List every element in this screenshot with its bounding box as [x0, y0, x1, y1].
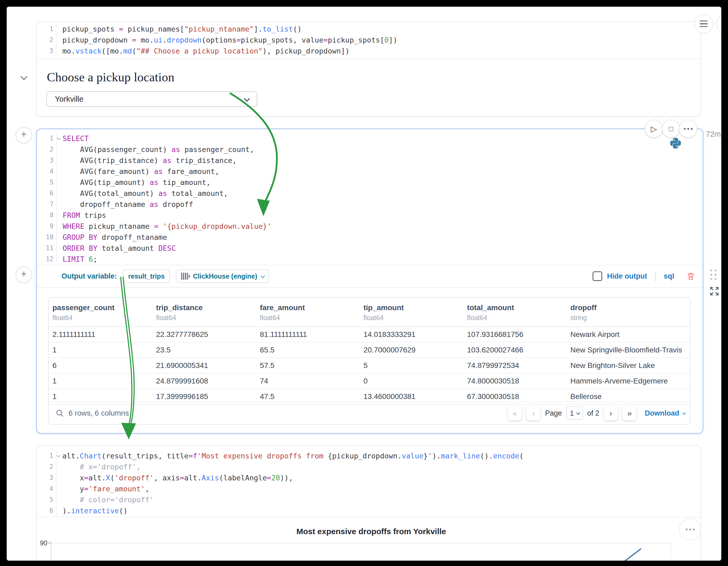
code-text: dropoff_ntaname as dropoff	[56, 199, 703, 210]
line-number: 5	[37, 494, 56, 505]
hide-output-label: Hide output	[607, 272, 647, 280]
code-line: 5 # color='dropoff'	[37, 494, 700, 505]
collapse-output-button[interactable]	[21, 75, 26, 81]
pickup-location-dropdown[interactable]: Yorkville	[46, 91, 257, 107]
chevron-down-icon	[682, 411, 686, 415]
stop-icon: □	[669, 125, 673, 133]
last-page-button[interactable]: »	[622, 406, 637, 420]
engine-label: ClickHouse (engine)	[193, 272, 257, 280]
chart-options-button[interactable]	[679, 518, 701, 540]
table-row[interactable]: 2.111111111122.327777862581.111111111114…	[49, 327, 690, 343]
line-number: 10	[37, 232, 56, 243]
code-line: 1alt.Chart(result_trips, title=f'Most ex…	[37, 450, 700, 461]
language-badge[interactable]: sql	[664, 272, 674, 280]
column-header[interactable]: fare_amountfloat64	[256, 303, 360, 326]
drag-handle[interactable]	[710, 269, 716, 280]
table-cell: 2.1111111111	[49, 330, 152, 339]
page-label: Page	[545, 409, 562, 417]
add-cell-button[interactable]: +	[16, 127, 32, 143]
ellipsis-icon	[684, 128, 693, 130]
code-text: FROM trips	[56, 210, 703, 221]
menu-button[interactable]	[694, 14, 713, 33]
code-line: 6 AVG(total_amount) as total_amount,	[37, 188, 703, 199]
expand-cell-button[interactable]	[708, 285, 721, 298]
pagination: « ‹ Page 1 of 2 › » Download	[507, 406, 685, 420]
run-cell-button[interactable]: ▷	[645, 120, 663, 138]
hide-output-checkbox[interactable]	[593, 271, 602, 281]
table-cell: 57.5	[256, 361, 360, 370]
code-line: 3mo.vstack([mo.md("## Choose a pickup lo…	[37, 45, 700, 56]
code-text: LIMIT 6;	[56, 254, 703, 265]
chevron-down-icon	[576, 411, 580, 415]
code-text: x=alt.X('dropoff', axis=alt.Axis(labelAn…	[56, 472, 700, 483]
line-number: 2	[37, 461, 56, 472]
table-cell: 1	[49, 392, 152, 401]
code-line: 5 AVG(tip_amount) as tip_amount,	[37, 177, 703, 188]
table-cell: 1	[49, 346, 152, 354]
next-page-button[interactable]: ›	[604, 406, 618, 420]
notebook-app: 1pickup_spots = pickup_names["pickup_nta…	[7, 7, 721, 561]
line-number: 2	[37, 144, 56, 155]
first-page-button[interactable]: «	[507, 406, 522, 420]
sql-editor[interactable]: 1SELECT2 AVG(passenger_count) as passeng…	[37, 129, 703, 265]
output-variable-badge[interactable]: result_trips	[123, 269, 170, 283]
settings-button[interactable]	[716, 14, 721, 33]
code-editor[interactable]: 1alt.Chart(result_trips, title=f'Most ex…	[37, 446, 700, 517]
line-number: 4	[37, 483, 56, 494]
download-button[interactable]: Download	[645, 409, 685, 417]
code-text: pickup_dropdown = mo.ui.dropdown(options…	[56, 35, 700, 45]
line-number: 3	[37, 45, 56, 56]
column-type: float64	[260, 314, 360, 322]
y-axis-tick-label: 90	[37, 539, 47, 547]
engine-selector[interactable]: ClickHouse (engine)	[176, 269, 269, 283]
table-row[interactable]: 123.565.520.7000007629103.6200027466New …	[49, 343, 690, 358]
table-footer: 6 rows, 6 columns « ‹ Page 1 of 2 › » Do…	[49, 402, 690, 424]
result-table: passenger_countfloat64trip_distancefloat…	[48, 297, 691, 425]
code-editor[interactable]: 1pickup_spots = pickup_names["pickup_nta…	[37, 22, 700, 59]
add-cell-button[interactable]: +	[16, 267, 32, 283]
table-cell: 1	[49, 377, 152, 385]
table-row[interactable]: 621.690000534157.5574.8799972534New Brig…	[49, 358, 690, 374]
output-variable-label: Output variable:	[62, 272, 117, 280]
column-header[interactable]: tip_amountfloat64	[360, 303, 463, 326]
column-header[interactable]: trip_distancefloat64	[152, 303, 256, 326]
line-number: 3	[37, 472, 56, 483]
code-line: 7 dropoff_ntaname as dropoff	[37, 199, 703, 210]
line-number: 7	[37, 199, 56, 210]
table-body: 2.111111111122.327777862581.111111111114…	[49, 327, 690, 405]
cell-options-button[interactable]	[679, 120, 697, 138]
column-type: float64	[156, 314, 256, 322]
delete-cell-button[interactable]	[686, 271, 696, 281]
code-line: 4 AVG(fare_amount) as fare_amount,	[37, 166, 703, 177]
column-name: tip_amount	[363, 303, 463, 312]
stop-cell-button[interactable]: □	[662, 120, 680, 138]
code-line: 2pickup_dropdown = mo.ui.dropdown(option…	[37, 35, 700, 45]
column-header[interactable]: dropoffstring	[567, 303, 690, 326]
gridline	[51, 543, 671, 543]
chevron-down-icon	[244, 96, 250, 102]
column-type: float64	[467, 314, 567, 322]
prev-page-button[interactable]: ‹	[526, 406, 541, 420]
page-value: 1	[570, 409, 574, 417]
sql-toolbar: Output variable: result_trips ClickHouse…	[37, 265, 703, 288]
line-number: 11	[37, 243, 56, 254]
code-text: # color='dropoff'	[56, 494, 700, 505]
table-cell: New Springville-Bloomfield-Travis	[567, 346, 690, 354]
column-header[interactable]: passenger_countfloat64	[49, 303, 152, 326]
table-cell: 24.8799991608	[152, 377, 256, 385]
divider	[655, 271, 656, 281]
code-line: 4 y='fare_amount',	[37, 483, 700, 494]
search-icon[interactable]	[55, 409, 64, 418]
table-cell: 47.5	[256, 392, 360, 401]
code-text: AVG(tip_amount) as tip_amount,	[56, 177, 703, 188]
table-cell: Newark Airport	[567, 330, 690, 339]
column-header[interactable]: total_amountfloat64	[463, 303, 567, 326]
table-row[interactable]: 124.879999160874074.8000030518Hammels-Ar…	[49, 374, 690, 389]
code-text: ).interactive()	[56, 505, 700, 516]
play-icon: ▷	[651, 124, 657, 134]
line-number: 8	[37, 210, 56, 221]
page-select[interactable]: 1	[566, 407, 583, 420]
download-label: Download	[645, 409, 679, 417]
line-number: 1	[37, 133, 56, 144]
code-line: 1SELECT	[37, 133, 703, 144]
